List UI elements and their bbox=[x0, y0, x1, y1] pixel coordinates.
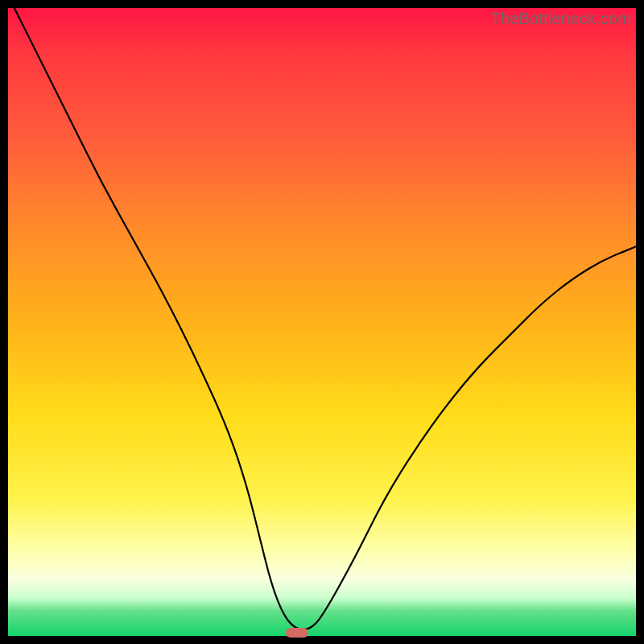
minimum-marker bbox=[286, 628, 308, 638]
chart-frame: TheBottleneck.com bbox=[0, 0, 644, 644]
bottleneck-curve bbox=[8, 8, 636, 636]
curve-path bbox=[14, 8, 636, 630]
plot-area: TheBottleneck.com bbox=[8, 8, 636, 636]
